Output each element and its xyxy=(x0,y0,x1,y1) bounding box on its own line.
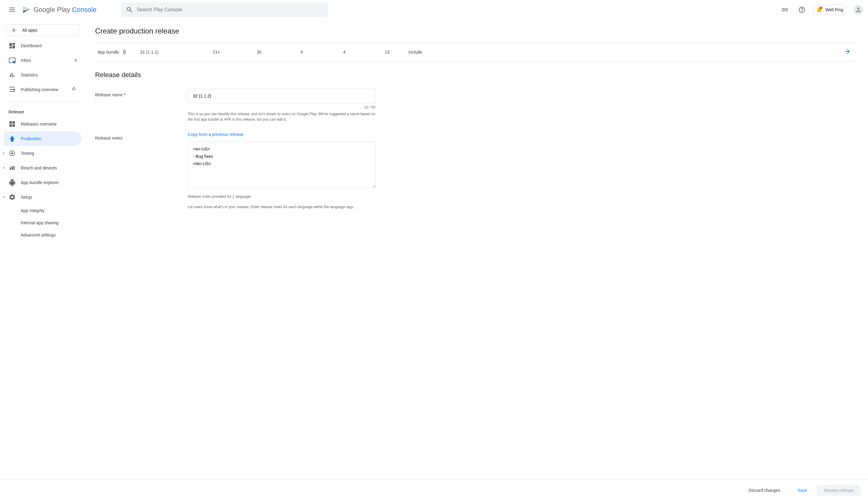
avatar-button[interactable] xyxy=(853,5,863,15)
sidebar-item-dashboard[interactable]: Dashboard xyxy=(4,39,82,53)
svg-point-3 xyxy=(820,7,822,9)
sidebar-item-app-integrity[interactable]: App integrity xyxy=(4,204,82,217)
sidebar: All apps Dashboard Inbox 4 Statistics Pu… xyxy=(0,20,85,244)
sdk-cell: 21+ xyxy=(195,50,238,55)
sidebar-item-publishing-overview[interactable]: Publishing overview xyxy=(4,82,82,97)
sidebar-item-setup[interactable]: Setup xyxy=(4,190,82,204)
notes-help-text: Let users know what's in your release. E… xyxy=(188,204,375,210)
sidebar-item-reach-devices[interactable]: Reach and devices xyxy=(4,161,82,175)
publishing-icon xyxy=(9,86,16,93)
logo[interactable]: Google Play Console xyxy=(22,5,97,14)
sidebar-item-production[interactable]: Production xyxy=(4,131,82,146)
attachment-icon xyxy=(121,49,127,55)
nav-label: Testing xyxy=(21,151,77,156)
nav-label: Publishing overview xyxy=(21,87,66,92)
android-icon xyxy=(9,179,16,186)
link-icon-button[interactable] xyxy=(779,4,791,16)
release-name-help: This is so you can identify this release… xyxy=(188,111,375,122)
publishing-status-icon xyxy=(71,87,77,93)
expand-arrow-icon xyxy=(1,151,6,156)
release-notes-textarea[interactable] xyxy=(188,142,375,188)
sidebar-item-internal-app-sharing[interactable]: Internal app sharing xyxy=(4,217,82,229)
col4b-cell: 4 xyxy=(323,50,366,55)
all-apps-label: All apps xyxy=(22,28,37,33)
col13-cell: 13 xyxy=(366,50,408,55)
reach-devices-icon xyxy=(9,164,16,172)
nav-label: Advanced settings xyxy=(21,233,77,237)
nav-label: Setup xyxy=(21,195,77,200)
version-cell: 31 (1.1.1) xyxy=(140,50,195,55)
bell-icon xyxy=(816,6,823,13)
inbox-icon xyxy=(9,57,16,64)
play-console-logo-icon xyxy=(22,5,31,14)
help-icon xyxy=(798,6,805,13)
nav-label: Dashboard xyxy=(21,43,77,48)
release-name-label: Release name * xyxy=(95,89,188,122)
releases-overview-icon xyxy=(9,120,16,128)
all-apps-button[interactable]: All apps xyxy=(6,24,79,36)
app-bundle-row: App bundle 31 (1.1.1) 21+ 30 4 4 13 Incl… xyxy=(95,43,858,61)
sidebar-item-advanced-settings[interactable]: Advanced settings xyxy=(4,229,82,241)
include-cell: Include xyxy=(408,50,439,55)
testing-icon xyxy=(9,150,16,157)
nav-label: App bundle explorer xyxy=(21,180,77,185)
svg-point-5 xyxy=(13,89,15,90)
col4a-cell: 4 xyxy=(280,50,323,55)
target-cell: 30 xyxy=(238,50,280,55)
search-box[interactable] xyxy=(121,2,328,17)
main-content: Create production release App bundle 31 … xyxy=(85,20,868,244)
collapse-arrow-icon xyxy=(1,195,6,200)
svg-point-7 xyxy=(11,152,13,154)
sidebar-item-testing[interactable]: Testing xyxy=(4,146,82,161)
gear-icon xyxy=(9,193,16,201)
user-name-label: Well Ping xyxy=(825,7,843,12)
inbox-badge: 4 xyxy=(74,58,77,63)
header: Google Play Console Well Ping xyxy=(0,0,868,20)
sidebar-item-app-bundle-explorer[interactable]: App bundle explorer xyxy=(4,175,82,190)
nav-label: Releases overview xyxy=(21,121,77,127)
expand-arrow-icon xyxy=(1,166,6,170)
copy-previous-link[interactable]: Copy from a previous release xyxy=(188,132,375,137)
notes-provided-text: Release notes provided for 1 language xyxy=(188,194,375,199)
arrow-right-icon[interactable] xyxy=(844,48,851,55)
user-chip[interactable]: Well Ping xyxy=(813,4,846,15)
release-details-title: Release details xyxy=(95,71,858,79)
search-icon xyxy=(126,6,133,13)
nav-label: Statistics xyxy=(21,73,77,77)
nav-label: App integrity xyxy=(21,208,77,213)
release-name-input[interactable] xyxy=(188,89,375,103)
production-icon xyxy=(9,135,16,142)
release-notes-label: Release notes xyxy=(95,132,188,210)
nav-divider xyxy=(4,100,82,101)
search-input[interactable] xyxy=(137,7,323,12)
release-section-title: Release xyxy=(4,105,82,117)
help-icon-button[interactable] xyxy=(796,4,808,16)
dashboard-icon xyxy=(9,42,16,49)
bundle-type-label: App bundle xyxy=(97,50,119,55)
sidebar-item-statistics[interactable]: Statistics xyxy=(4,68,82,82)
nav-label: Production xyxy=(21,136,77,141)
char-counter: 10 / 50 xyxy=(188,105,375,109)
nav-label: Internal app sharing xyxy=(21,220,77,225)
menu-button[interactable] xyxy=(5,2,20,17)
page-title: Create production release xyxy=(95,27,858,35)
person-icon xyxy=(855,6,862,13)
nav-label: Reach and devices xyxy=(21,166,77,170)
link-icon xyxy=(781,6,789,13)
logo-text: Google Play Console xyxy=(33,6,97,14)
svg-point-4 xyxy=(13,61,15,63)
sidebar-item-releases-overview[interactable]: Releases overview xyxy=(4,117,82,131)
hamburger-icon xyxy=(9,7,15,12)
sidebar-item-inbox[interactable]: Inbox 4 xyxy=(4,53,82,68)
back-arrow-icon xyxy=(11,27,17,33)
nav-label: Inbox xyxy=(21,58,69,63)
statistics-icon xyxy=(9,71,16,78)
